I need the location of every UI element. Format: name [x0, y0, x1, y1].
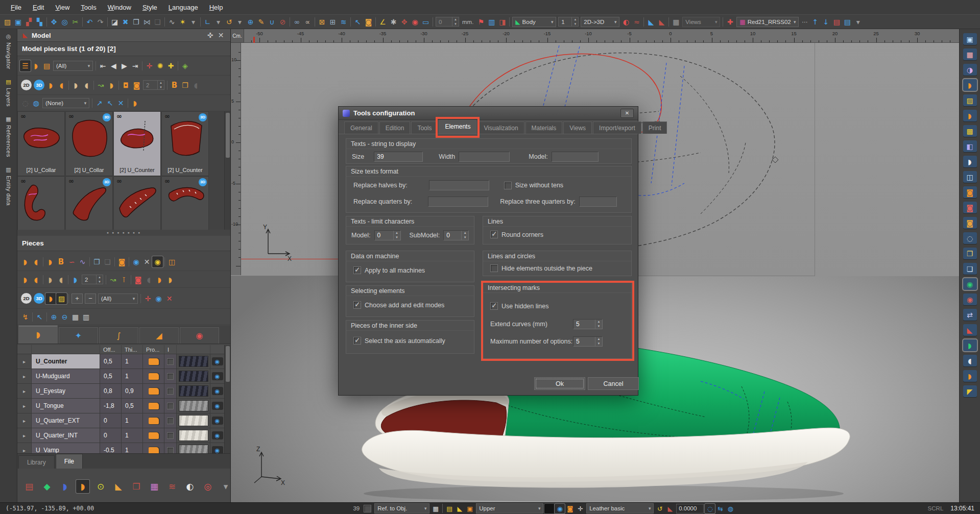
selection-lock-icon[interactable]: ◙ [363, 16, 374, 28]
dialog-tab-views[interactable]: Views [563, 121, 592, 134]
badge-piece-icon[interactable]: ◗ [45, 293, 56, 304]
tools-config-icon[interactable]: ✛ [575, 504, 585, 513]
pieces-table-scrollbar[interactable] [224, 345, 230, 453]
copy-views-icon[interactable]: ❏ [963, 263, 977, 275]
sphere-view-icon[interactable]: ⊕ [245, 16, 256, 28]
select-frame-icon[interactable]: ✛ [142, 293, 153, 304]
undo-icon[interactable]: ↶ [84, 16, 95, 28]
flag-marker-icon[interactable]: ⚑ [475, 16, 486, 28]
target-rotate-icon[interactable]: ◉ [410, 16, 420, 28]
nav-prev-icon[interactable]: ◀ [108, 60, 119, 71]
menu-help[interactable]: Help [204, 2, 229, 13]
piece-add-2-icon[interactable]: ◗ [20, 274, 31, 285]
model-new-icon[interactable]: ◆ [40, 480, 54, 493]
piece-profile-swatch[interactable] [143, 384, 164, 399]
piece-row-U_Quarter_EXT[interactable]: ▸U_Quarter_EXT01◉ [17, 413, 225, 428]
piece-copy-remove-icon[interactable]: ◖ [81, 80, 92, 91]
box-select-icon[interactable]: ▣ [465, 504, 475, 513]
rotation-angle[interactable]: 0.0000 [676, 504, 704, 513]
assembly-dim-icon[interactable]: ◌ [20, 97, 31, 109]
piece-offset[interactable]: 0,5 [100, 369, 122, 384]
col-thickness[interactable]: Thi... [122, 345, 143, 354]
piece-name[interactable]: U_Quarter_INT [32, 428, 100, 443]
window-split-icon[interactable]: ◫ [963, 171, 977, 183]
cut-knife-icon[interactable]: ✂ [70, 16, 81, 28]
view-2d-toggle[interactable]: 2D [21, 80, 32, 90]
thumbnails-view-icon[interactable]: ☰ [20, 60, 31, 71]
view-2d-toggle[interactable]: 2D [21, 293, 32, 304]
nav-first-icon[interactable]: ⇤ [98, 60, 108, 71]
piece-disabled-icon[interactable]: ◖ [190, 80, 201, 91]
dialog-tab-visualization[interactable]: Visualization [477, 121, 524, 134]
piece-move-3d-icon[interactable]: ↝ [95, 80, 106, 91]
stitch-tool-icon[interactable]: ≋ [338, 16, 349, 28]
model-piece-thumbnail[interactable]: ∞3D [65, 176, 113, 230]
pan-hand-icon[interactable]: ✥ [49, 16, 59, 28]
piece-visibility-toggle[interactable]: ◉ [210, 443, 225, 453]
menu-tools[interactable]: Tools [75, 2, 102, 13]
menu-edit[interactable]: Edit [27, 2, 50, 13]
piece-style-orange-icon[interactable]: ◗ [76, 480, 89, 493]
tab-soles[interactable]: ◢ [139, 327, 179, 344]
col-interior[interactable]: I [164, 345, 177, 354]
visibility-eye-icon[interactable]: ◉ [555, 504, 565, 513]
chart-columns-icon[interactable]: ▥ [486, 16, 497, 28]
show-zero-b-icon[interactable]: ◉ [131, 256, 141, 267]
panel-splitter[interactable]: ● ● ● ● ● ● ● [17, 230, 230, 236]
curve-red-icon[interactable]: ∽ [66, 256, 77, 267]
close-panel-icon[interactable]: ✕ [216, 30, 226, 41]
fit-screen-icon[interactable]: ▭ [420, 16, 431, 28]
model-piece-thumbnail[interactable]: ∞ [113, 176, 161, 230]
piece-duplicate-icon[interactable]: ❐ [180, 80, 190, 91]
point-add-icon[interactable]: ⊕ [49, 311, 59, 323]
col-offset[interactable]: Off... [100, 345, 122, 354]
piece-remove-icon[interactable]: ◖ [56, 80, 67, 91]
view-piece-flat-icon[interactable]: ◗ [963, 156, 977, 167]
window-protect-icon[interactable]: ◙ [963, 217, 977, 229]
assembly-piece-icon[interactable]: ◗ [130, 97, 140, 109]
piece-interior-checkbox[interactable] [164, 399, 177, 413]
bottom-tab-file[interactable]: File [56, 454, 83, 469]
window-standard-icon[interactable]: ▣ [963, 33, 977, 45]
clipboard-copy-icon[interactable]: ❐ [91, 256, 102, 267]
piece-row-U_Quarter_INT[interactable]: ▸U_Quarter_INT01◉ [17, 428, 225, 443]
piece-name[interactable]: U_Quarter_EXT [32, 413, 100, 428]
piece-add-b-icon[interactable]: ◗ [45, 256, 56, 267]
point-remove-icon[interactable]: ⊖ [59, 311, 70, 323]
piece-mark-icon[interactable]: ◘ [121, 80, 131, 91]
model-piece-thumbnail[interactable]: ∞ [17, 176, 65, 230]
folder-snapshot-icon[interactable]: ❐ [963, 248, 977, 259]
row-expander[interactable]: ▸ [17, 399, 32, 413]
tab-pieces[interactable]: ◗ [18, 325, 58, 344]
dialog-tab-print[interactable]: Print [642, 121, 667, 134]
profile-oval-icon[interactable]: ◌ [705, 504, 715, 513]
row-expander[interactable]: ▸ [17, 413, 32, 428]
piece-mirror-icon[interactable]: ◫ [166, 256, 177, 267]
piece-row-U_Eyestay[interactable]: ▸U_Eyestay0,80,9◉ [17, 384, 225, 399]
piece-percent-icon[interactable]: ◗ [154, 274, 165, 285]
zoom-selection-icon[interactable]: ✛ [144, 60, 155, 71]
model-import-icon[interactable]: ❒ [130, 480, 143, 493]
piece-profile-swatch[interactable] [143, 428, 164, 443]
measure-delete-icon[interactable]: ⊘ [277, 16, 288, 28]
dialog-tab-import-export[interactable]: Import/export [593, 121, 641, 134]
piece-thickness[interactable]: 1 [122, 413, 143, 428]
row-expander[interactable]: ▸ [17, 369, 32, 384]
piece-name[interactable]: U_Tongue [32, 399, 100, 413]
piece-corner-icon[interactable]: ◙ [131, 80, 142, 91]
assembly-go-icon[interactable]: ↗ [94, 97, 105, 109]
curve-edit-icon[interactable]: ∪ [267, 16, 277, 28]
piece-name[interactable]: U-Mudguard [32, 369, 100, 384]
letter-b-icon[interactable]: B [56, 256, 66, 267]
dialog-tab-materials[interactable]: Materials [525, 121, 563, 134]
tolerance-spinner[interactable]: 0▲▼ [436, 17, 459, 27]
piece-remove-2-icon[interactable]: ◖ [31, 274, 41, 285]
extend-curves-spinner[interactable]: 5▲▼ [573, 319, 603, 329]
row-expander[interactable]: ▸ [17, 428, 32, 443]
open-file-icon[interactable]: ▨ [2, 16, 13, 28]
shoe-preview-icon[interactable]: ◐ [183, 480, 197, 493]
copy-icon[interactable]: ❐ [131, 16, 141, 28]
unlink-curves-icon[interactable]: ∝ [302, 16, 313, 28]
piece-offset[interactable]: 0 [100, 428, 122, 443]
pin-icon[interactable]: ✜ [205, 30, 216, 41]
